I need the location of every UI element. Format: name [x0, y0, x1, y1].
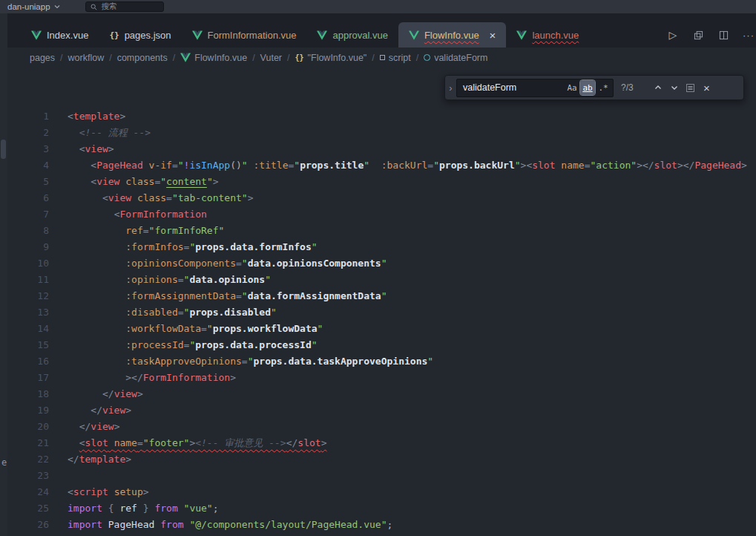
code-line-text: <slot name="footer"><!-- 审批意见 --></slot> — [68, 435, 326, 451]
module-icon — [380, 55, 385, 60]
line-number: 15 — [7, 337, 49, 353]
vue-file-icon — [317, 30, 327, 40]
breadcrumb-item-Vuter[interactable]: Vuter — [260, 53, 282, 63]
command-center-search[interactable]: 搜索 — [85, 1, 164, 12]
code-line-text: :disabled="props.disabled" — [68, 304, 277, 321]
line-number: 14 — [7, 321, 49, 337]
code-line-text: :formAssignmentData="data.formAssignment… — [68, 288, 387, 304]
code-line-text: <view> — [68, 141, 114, 157]
more-actions-button[interactable]: ··· — [741, 27, 756, 43]
close-tab-icon[interactable]: × — [490, 30, 496, 41]
match-case-toggle[interactable]: Aa — [565, 80, 579, 95]
line-number: 22 — [7, 451, 49, 468]
code-line-text: <template> — [68, 108, 125, 125]
tab-launch.vue[interactable]: launch.vue — [506, 22, 589, 48]
code-area[interactable]: 1<template>2 <!-- 流程 -->3 <view>4 <PageH… — [7, 68, 756, 533]
code-line-text: :processId="props.data.processId" — [68, 337, 318, 353]
find-input[interactable]: validateForm Aaab.* — [456, 79, 614, 97]
tab-approval.vue[interactable]: approval.vue — [306, 22, 398, 48]
toggle-replace-button[interactable]: › — [445, 76, 456, 99]
line-number: 6 — [7, 190, 49, 206]
code-line: 8 ref="formInfoRef" — [7, 223, 756, 239]
regex-toggle[interactable]: .* — [596, 80, 611, 95]
breadcrumb-item-script[interactable]: script — [380, 53, 411, 63]
code-line: 2 <!-- 流程 --> — [7, 125, 756, 141]
previous-match-button[interactable] — [650, 79, 665, 96]
code-line: 10 :opinionsComponents="data.opinionsCom… — [7, 255, 756, 272]
find-in-selection-button[interactable] — [683, 79, 698, 96]
close-find-button[interactable]: × — [699, 79, 714, 96]
tab-label: FormInformation.vue — [208, 30, 297, 41]
breadcrumb-item-validateForm[interactable]: validateForm — [424, 53, 487, 63]
code-line: 4 <PageHead v-if="!isInApp()" :title="pr… — [7, 157, 756, 174]
tab-FlowInfo.vue[interactable]: FlowInfo.vue× — [398, 22, 506, 48]
tab-pages.json[interactable]: {}pages.json — [99, 22, 181, 48]
breadcrumb-separator: / — [109, 53, 111, 63]
run-button[interactable]: ▷ — [665, 27, 680, 43]
code-line: 7 <FormInformation — [7, 206, 756, 223]
find-match-count: ?/3 — [621, 82, 643, 93]
line-number: 4 — [7, 157, 49, 174]
vscode-window: dan-uniapp 搜索 e Index.vue{}pages.jsonFor… — [0, 0, 756, 536]
code-line-text: </template> — [68, 451, 131, 468]
method-icon — [424, 54, 430, 61]
line-number: 2 — [7, 125, 49, 141]
code-line: 6 <view class="tab-content"> — [7, 190, 756, 206]
tab-label: launch.vue — [532, 30, 579, 41]
sidebar-scrollbar-thumb[interactable] — [1, 140, 6, 159]
tab-label: approval.vue — [332, 30, 387, 41]
breadcrumbs: pages/workflow/components/FlowInfo.vue/V… — [7, 48, 756, 68]
code-line-text: :formInfos="props.data.formInfos" — [68, 239, 318, 255]
tab-label: FlowInfo.vue — [424, 30, 479, 41]
workbench-body: e Index.vue{}pages.jsonFormInformation.v… — [0, 13, 756, 536]
code-line: 19 </view> — [7, 402, 756, 419]
title-bar: dan-uniapp 搜索 — [0, 0, 756, 13]
code-line: 21 <slot name="footer"><!-- 审批意见 --></sl… — [7, 435, 756, 451]
line-number: 16 — [7, 353, 49, 370]
vue-file-icon — [192, 30, 203, 40]
workspace-menu[interactable]: dan-uniapp — [7, 2, 60, 11]
line-number: 13 — [7, 304, 49, 321]
line-number: 25 — [7, 500, 49, 517]
code-line-text: ></FormInformation> — [68, 370, 236, 386]
next-match-button[interactable] — [666, 79, 682, 96]
breadcrumb-item-FlowInfo.vue[interactable]: {}"FlowInfo.vue" — [295, 53, 367, 63]
search-icon — [91, 4, 97, 10]
find-widget: › validateForm Aaab.* ?/3 × — [444, 75, 744, 100]
breadcrumb-item-pages[interactable]: pages — [30, 53, 55, 63]
line-number: 8 — [7, 223, 49, 239]
code-line: 12 :formAssignmentData="data.formAssignm… — [7, 288, 756, 304]
breadcrumb-item-FlowInfo.vue[interactable]: FlowInfo.vue — [180, 53, 247, 63]
line-number: 20 — [7, 419, 49, 435]
code-line-text: </view> — [68, 386, 143, 402]
line-number: 9 — [7, 239, 49, 255]
tab-Index.vue[interactable]: Index.vue — [21, 22, 99, 48]
code-line-text: <FormInformation — [68, 206, 207, 223]
open-changes-button[interactable] — [691, 27, 706, 43]
tabs: Index.vue{}pages.jsonFormInformation.vue… — [21, 22, 589, 48]
code-line: 11 :opinions="data.opinions" — [7, 272, 756, 288]
line-number: 26 — [7, 517, 49, 533]
tab-label: pages.json — [125, 30, 171, 41]
vue-icon — [180, 53, 191, 62]
line-number: 1 — [7, 108, 49, 125]
tab-label: Index.vue — [47, 30, 88, 41]
breadcrumb-item-components[interactable]: components — [117, 53, 168, 63]
breadcrumb-item-workflow[interactable]: workflow — [68, 53, 105, 63]
line-number: 24 — [7, 484, 49, 500]
editor[interactable]: › validateForm Aaab.* ?/3 × — [7, 68, 756, 536]
tab-FormInformation.vue[interactable]: FormInformation.vue — [182, 22, 307, 48]
search-placeholder: 搜索 — [102, 1, 117, 12]
line-number: 10 — [7, 255, 49, 272]
split-editor-button[interactable] — [716, 27, 731, 43]
find-in-selection-icon — [686, 83, 695, 93]
breadcrumb-separator: / — [287, 53, 289, 63]
line-number: 21 — [7, 435, 49, 451]
code-line: 24<script setup> — [7, 484, 756, 500]
code-line: 17 ></FormInformation> — [7, 370, 756, 386]
breadcrumb-separator: / — [416, 53, 418, 63]
whole-word-toggle[interactable]: ab — [580, 80, 595, 95]
code-line: 9 :formInfos="props.data.formInfos" — [7, 239, 756, 255]
code-line: 14 :workflowData="props.workflowData" — [7, 321, 756, 337]
code-line-text: </view> — [68, 419, 119, 435]
